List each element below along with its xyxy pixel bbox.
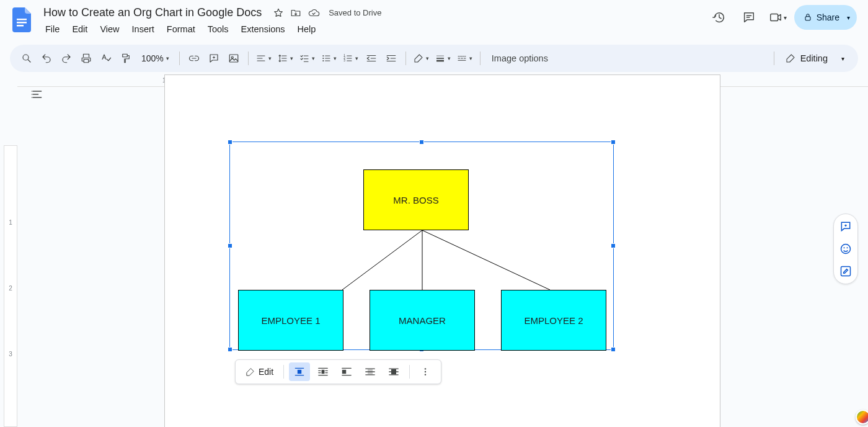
edit-label: Edit [259,367,273,377]
main-toolbar: 100% 123 Image options Editing ▾ [10,45,858,72]
document-page[interactable]: MR. BOSS EMPLOYEE 1 MANAGER EMPLOYEE 2 E… [164,74,720,427]
org-node-employee1: EMPLOYEE 1 [238,290,343,351]
menu-tools[interactable]: Tools [202,22,234,37]
share-label: Share [817,12,839,22]
increase-indent-icon[interactable] [382,49,401,68]
wrap-inline-icon[interactable] [289,362,310,381]
svg-line-19 [422,230,550,290]
ruler-label: 2 [4,285,17,292]
redo-icon[interactable] [57,49,76,68]
border-weight-dropdown[interactable] [433,49,453,68]
document-title[interactable]: How to Create an Org Chart in Google Doc… [40,5,265,20]
drawing-selection[interactable]: MR. BOSS EMPLOYEE 1 MANAGER EMPLOYEE 2 [229,142,614,350]
line-spacing-dropdown[interactable] [275,49,296,68]
svg-text:3: 3 [343,59,345,62]
svg-rect-22 [342,370,346,374]
svg-rect-20 [298,370,301,374]
svg-line-17 [342,230,422,290]
svg-rect-2 [17,25,24,27]
menu-insert[interactable]: Insert [126,22,160,37]
in-front-text-icon[interactable] [383,362,404,381]
toolbar-separator [405,52,406,65]
version-history-icon[interactable] [707,5,732,30]
border-dash-dropdown[interactable] [454,49,475,68]
zoom-dropdown[interactable]: 100% [136,49,174,68]
chevron-down-icon: ▾ [784,14,787,21]
org-node-manager: MANAGER [370,290,475,351]
menu-bar: File Edit View Insert Format Tools Exten… [40,22,707,37]
spellcheck-icon[interactable] [97,49,115,68]
svg-rect-21 [322,370,325,374]
bulleted-list-dropdown[interactable] [319,49,339,68]
insert-link-icon[interactable] [185,49,203,68]
editing-mode-label: Editing [800,53,828,63]
save-status: Saved to Drive [329,8,381,17]
show-outline-button[interactable] [27,84,47,104]
org-node-employee2: EMPLOYEE 2 [501,290,606,351]
toolbar-separator [409,365,410,379]
editing-mode-dropdown[interactable]: Editing ▾ [779,53,851,63]
border-color-dropdown[interactable] [411,49,432,68]
cloud-saved-icon[interactable] [308,7,320,19]
svg-rect-1 [17,22,27,24]
svg-rect-0 [17,19,27,20]
add-emoji-icon[interactable] [838,241,853,256]
print-icon[interactable] [77,49,95,68]
image-float-toolbar: Edit [235,359,441,384]
svg-point-28 [841,245,851,254]
star-icon[interactable] [273,7,284,19]
ruler-label: 1 [4,219,17,226]
menu-extensions[interactable]: Extensions [236,22,291,37]
behind-text-icon[interactable] [360,362,381,381]
toolbar-separator [283,365,284,379]
svg-point-14 [32,91,33,92]
svg-point-8 [322,55,324,56]
menu-file[interactable]: File [40,22,65,37]
undo-icon[interactable] [37,49,56,68]
menu-format[interactable]: Format [161,22,201,37]
wrap-text-icon[interactable] [312,362,334,381]
share-dropdown[interactable]: ▾ [839,5,857,30]
more-options-icon[interactable] [415,362,436,381]
image-options-button[interactable]: Image options [485,53,554,63]
vertical-ruler[interactable]: 1 2 3 [4,145,17,427]
toolbar-separator [248,52,249,65]
add-comment-side-icon[interactable] [838,219,853,234]
side-reaction-panel [833,214,858,284]
comments-icon[interactable] [737,5,761,30]
add-comment-icon[interactable] [205,49,223,68]
toolbar-separator [480,52,480,65]
move-icon[interactable] [290,7,301,19]
paint-format-icon[interactable] [117,49,135,68]
svg-rect-31 [841,267,851,276]
svg-rect-4 [805,17,810,20]
svg-rect-24 [391,369,396,374]
svg-point-10 [322,60,324,61]
checklist-dropdown[interactable] [297,49,317,68]
toolbar-separator [774,52,774,65]
ruler-label: 3 [4,351,17,357]
menu-view[interactable]: View [94,22,125,37]
suggest-edits-icon[interactable] [838,264,853,279]
menu-edit[interactable]: Edit [66,22,93,37]
svg-point-26 [425,371,426,372]
docs-logo[interactable] [10,7,35,32]
menu-help[interactable]: Help [292,22,322,37]
align-dropdown[interactable] [254,49,274,68]
svg-point-5 [23,55,29,60]
search-menus-icon[interactable] [17,49,36,68]
decrease-indent-icon[interactable] [362,49,381,68]
svg-point-27 [425,374,426,375]
svg-point-25 [425,368,426,369]
explore-button[interactable] [856,410,868,425]
chevron-down-icon: ▾ [841,55,844,62]
org-node-boss: MR. BOSS [363,169,469,230]
svg-point-15 [32,94,33,95]
svg-point-30 [847,247,848,248]
break-text-icon[interactable] [336,362,357,381]
meet-icon[interactable]: ▾ [766,5,789,30]
numbered-list-dropdown[interactable]: 123 [340,49,361,68]
insert-image-icon[interactable] [224,49,243,68]
svg-point-16 [32,97,33,98]
edit-drawing-button[interactable]: Edit [241,362,278,381]
